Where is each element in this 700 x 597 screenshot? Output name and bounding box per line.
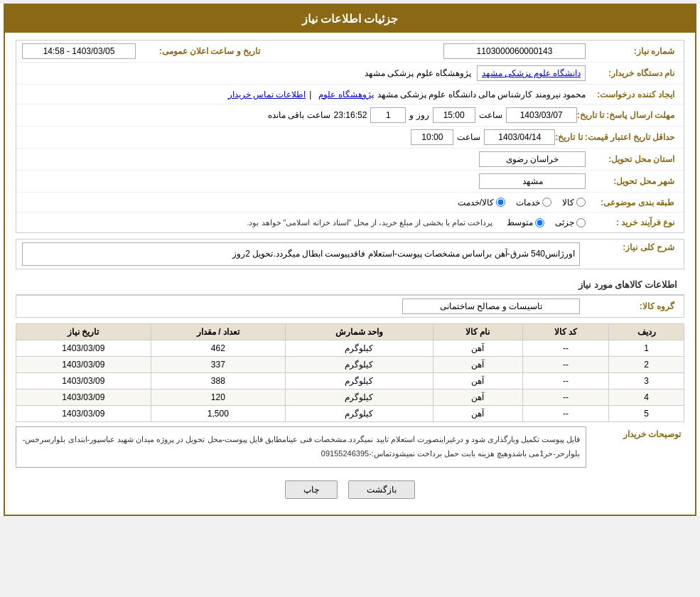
table-row: 3 -- آهن کیلوگرم 388 1403/03/09 bbox=[16, 373, 684, 389]
cell-kod: -- bbox=[522, 340, 608, 357]
cell-tarikh: 1403/03/09 bbox=[16, 389, 151, 406]
ijad-value: محمود نیرومند کارشناس مالی دانشگاه علوم … bbox=[377, 90, 586, 100]
tabaqe-label: طبقه بندی موضوعی: bbox=[586, 198, 678, 208]
sharh-label: شرح کلی نیاز: bbox=[586, 242, 678, 252]
dastgah-value2: پژوهشگاه علوم پزشکی مشهد bbox=[365, 68, 471, 78]
dastgah-value1: دانشگاه علوم پزشکی مشهد bbox=[477, 65, 586, 81]
mande-value: 23:16:52 bbox=[334, 110, 367, 120]
col-radif: ردیف bbox=[609, 324, 684, 340]
farayand-label: نوع فرآیند خرید : bbox=[586, 217, 678, 227]
hadaq-tarikh-value: 1403/04/14 bbox=[484, 129, 555, 145]
row-shahr: شهر محل تحویل: مشهد bbox=[16, 171, 684, 193]
cell-name: آهن bbox=[433, 340, 522, 357]
tarikh-elan-value: 1403/03/05 - 14:58 bbox=[22, 43, 136, 59]
table-row: 2 -- آهن کیلوگرم 337 1403/03/09 bbox=[16, 357, 684, 373]
kala-section-title: اطلاعات کالاهای مورد نیاز bbox=[16, 275, 684, 295]
cell-tarikh: 1403/03/09 bbox=[16, 406, 151, 422]
cell-radif: 3 bbox=[609, 373, 684, 389]
radio-kalakhadamat-input[interactable] bbox=[496, 198, 505, 207]
mande-label: ساعت باقی مانده bbox=[268, 110, 330, 120]
shomare-label: شماره نیاز: bbox=[586, 46, 678, 56]
main-info-section: شماره نیاز: 1103000060000143 تاریخ و ساع… bbox=[16, 40, 684, 233]
page-title: جزئیات اطلاعات نیاز bbox=[302, 13, 399, 25]
sharh-value: اورژانس540 شرق-آهن براساس مشخصات پیوست-ا… bbox=[22, 242, 580, 266]
dastgah-label: نام دستگاه خریدار: bbox=[586, 68, 678, 78]
row-hadaq: حداقل تاریخ اعتبار قیمت: تا تاریخ: 1403/… bbox=[16, 127, 684, 149]
row-dastgah: نام دستگاه خریدار: دانشگاه علوم پزشکی مش… bbox=[16, 63, 684, 85]
row-tabaqe: طبقه بندی موضوعی: کالا خدمات کالا/خدم bbox=[16, 193, 684, 213]
radio-kalakhadamat[interactable]: کالا/خدمت bbox=[458, 198, 505, 208]
page-header: جزئیات اطلاعات نیاز bbox=[5, 5, 695, 33]
radio-motavaset[interactable]: متوسط bbox=[507, 217, 544, 227]
sharh-section: شرح کلی نیاز: اورژانس540 شرق-آهن براساس … bbox=[16, 239, 684, 269]
radio-kala-label: کالا bbox=[562, 198, 574, 208]
hadaq-label: حداقل تاریخ اعتبار قیمت: تا تاریخ: bbox=[555, 132, 678, 142]
col-tarikh: تاریخ نیاز bbox=[16, 324, 151, 340]
col-name: نام کالا bbox=[433, 324, 522, 340]
table-row: 1 -- آهن کیلوگرم 462 1403/03/09 bbox=[16, 340, 684, 357]
radio-khadamat-label: خدمات bbox=[516, 198, 540, 208]
row-ostan: استان محل تحویل: خراسان رضوی bbox=[16, 149, 684, 171]
farayand-note: پرداخت تمام یا بخشی از مبلغ خرید، از محل… bbox=[247, 218, 492, 227]
rooz-label: روز و bbox=[409, 110, 429, 120]
shomare-value: 1103000060000143 bbox=[443, 43, 586, 59]
cell-tedaad: 120 bbox=[151, 389, 285, 406]
ijad-link1[interactable]: پژوهشگاه علوم bbox=[318, 90, 373, 100]
ijad-link2[interactable]: اطلاعات تماس خریدار bbox=[228, 90, 306, 100]
tabaqe-radios: کالا خدمات کالا/خدمت bbox=[458, 198, 586, 208]
ostan-label: استان محل تحویل: bbox=[586, 154, 678, 164]
cell-radif: 1 bbox=[609, 340, 684, 357]
cell-radif: 5 bbox=[609, 406, 684, 422]
shahr-value: مشهد bbox=[479, 173, 586, 189]
cell-tarikh: 1403/03/09 bbox=[16, 340, 151, 357]
bottom-buttons: بازگشت چاپ bbox=[16, 472, 684, 507]
cell-kod: -- bbox=[522, 389, 608, 406]
cell-tarikh: 1403/03/09 bbox=[16, 373, 151, 389]
mohlat-label: مهلت ارسال پاسخ: تا تاریخ: bbox=[577, 110, 678, 120]
radio-motavaset-label: متوسط bbox=[507, 217, 533, 227]
tavazihat-label: توصیحات خریدار bbox=[592, 429, 684, 439]
cell-kod: -- bbox=[522, 357, 608, 373]
cell-name: آهن bbox=[433, 373, 522, 389]
group-kala-section: گروه کالا: تاسیسات و مصالح ساختمانی bbox=[16, 295, 684, 318]
cell-vahed: کیلوگرم bbox=[286, 357, 433, 373]
hadaq-saat-value: 10:00 bbox=[411, 129, 453, 145]
notes-section: توصیحات خریدار فایل پیوست تکمیل وبارگذار… bbox=[16, 426, 684, 468]
group-kala-row: گروه کالا: تاسیسات و مصالح ساختمانی bbox=[16, 296, 684, 317]
row-mohlat: مهلت ارسال پاسخ: تا تاریخ: 1403/03/07 سا… bbox=[16, 104, 684, 127]
hadaq-saat-label: ساعت bbox=[457, 132, 480, 142]
cell-tarikh: 1403/03/09 bbox=[16, 357, 151, 373]
rooz-value: 1 bbox=[370, 107, 406, 123]
print-button[interactable]: چاپ bbox=[285, 480, 338, 499]
ijad-label: ایجاد کننده درخواست: bbox=[586, 90, 678, 100]
radio-khadamat-input[interactable] bbox=[542, 198, 551, 207]
cell-name: آهن bbox=[433, 357, 522, 373]
cell-vahed: کیلوگرم bbox=[286, 340, 433, 357]
radio-kala[interactable]: کالا bbox=[562, 198, 586, 208]
group-value: تاسیسات و مصالح ساختمانی bbox=[402, 298, 580, 314]
cell-vahed: کیلوگرم bbox=[286, 389, 433, 406]
group-label: گروه کالا: bbox=[586, 301, 678, 311]
radio-jozi-input[interactable] bbox=[576, 218, 586, 227]
tarikh-elan-label: تاریخ و ساعت اعلان عمومی: bbox=[136, 46, 264, 56]
row-ijad: ایجاد کننده درخواست: محمود نیرومند کارشن… bbox=[16, 85, 684, 104]
cell-tedaad: 462 bbox=[151, 340, 285, 357]
cell-kod: -- bbox=[522, 406, 608, 422]
radio-jozi[interactable]: جزئی bbox=[555, 217, 586, 227]
col-vahed: واحد شمارش bbox=[286, 324, 433, 340]
col-tedaad: تعداد / مقدار bbox=[151, 324, 285, 340]
dastgah-link1[interactable]: دانشگاه علوم پزشکی مشهد bbox=[482, 68, 581, 78]
radio-motavaset-input[interactable] bbox=[535, 218, 544, 227]
radio-jozi-label: جزئی bbox=[555, 217, 574, 227]
back-button[interactable]: بازگشت bbox=[348, 480, 415, 499]
table-row: 4 -- آهن کیلوگرم 120 1403/03/09 bbox=[16, 389, 684, 406]
cell-vahed: کیلوگرم bbox=[286, 406, 433, 422]
items-table: ردیف کد کالا نام کالا واحد شمارش تعداد /… bbox=[16, 323, 684, 422]
cell-tedaad: 1,500 bbox=[151, 406, 285, 422]
radio-khadamat[interactable]: خدمات bbox=[516, 198, 551, 208]
cell-radif: 2 bbox=[609, 357, 684, 373]
cell-name: آهن bbox=[433, 389, 522, 406]
radio-kala-input[interactable] bbox=[576, 198, 586, 207]
cell-tedaad: 337 bbox=[151, 357, 285, 373]
cell-tedaad: 388 bbox=[151, 373, 285, 389]
